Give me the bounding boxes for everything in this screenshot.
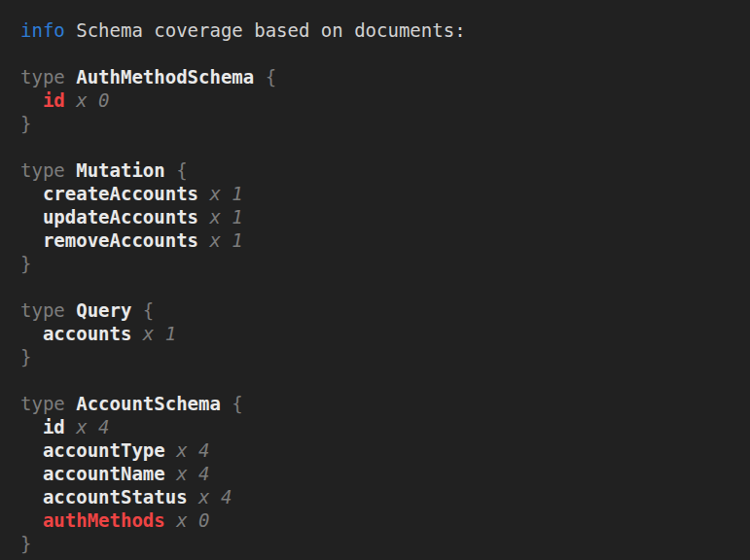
field-name: authMethods <box>43 509 165 531</box>
field-line: idx 4 <box>20 415 742 438</box>
type-name: Mutation <box>76 159 165 181</box>
field-line: accountsx 1 <box>20 322 742 345</box>
field-name: accountName <box>43 463 165 484</box>
close-brace-line: } <box>20 112 742 135</box>
field-line: removeAccountsx 1 <box>20 228 742 252</box>
type-name: AccountSchema <box>76 393 221 414</box>
field-usage-count: x 0 <box>176 509 209 531</box>
type-block-mutation: typeMutation{ createAccountsx 1 updateAc… <box>20 158 742 275</box>
close-brace-line: } <box>20 252 742 275</box>
close-brace-line: } <box>20 532 742 555</box>
close-brace-line: } <box>20 345 742 368</box>
field-name: id <box>43 89 65 111</box>
field-line: accountTypex 4 <box>20 438 742 462</box>
type-keyword: type <box>20 159 65 181</box>
field-name: accountStatus <box>43 486 188 508</box>
field-usage-count: x 4 <box>76 416 109 438</box>
field-line: createAccountsx 1 <box>20 182 742 205</box>
field-usage-count: x 1 <box>209 229 242 251</box>
field-name: updateAccounts <box>43 206 198 228</box>
field-usage-count: x 4 <box>176 463 209 484</box>
type-header-line: typeAuthMethodSchema{ <box>20 65 742 88</box>
close-brace: } <box>20 253 31 274</box>
type-block-accountschema: typeAccountSchema{ idx 4 accountTypex 4 … <box>20 392 742 555</box>
field-line: idx 0 <box>20 88 742 112</box>
field-usage-count: x 4 <box>176 439 209 461</box>
terminal-output: infoSchema coverage based on documents: … <box>0 0 750 555</box>
type-header-line: typeQuery{ <box>20 298 742 322</box>
field-name: createAccounts <box>43 183 198 204</box>
field-name: accountType <box>43 439 165 461</box>
field-name: id <box>43 416 65 438</box>
open-brace: { <box>143 299 154 321</box>
field-usage-count: x 1 <box>209 183 242 204</box>
field-line: accountStatusx 4 <box>20 485 742 508</box>
field-line: accountNamex 4 <box>20 462 742 485</box>
field-line: authMethodsx 0 <box>20 508 742 532</box>
field-usage-count: x 0 <box>76 89 109 111</box>
field-usage-count: x 4 <box>198 486 232 508</box>
header-message: Schema coverage based on documents: <box>76 19 465 41</box>
field-name: removeAccounts <box>43 229 198 251</box>
type-name: AuthMethodSchema <box>76 66 254 88</box>
field-name: accounts <box>43 323 132 344</box>
type-name: Query <box>76 299 131 321</box>
type-header-line: typeAccountSchema{ <box>20 392 742 415</box>
close-brace: } <box>20 346 31 368</box>
field-usage-count: x 1 <box>143 323 176 344</box>
info-label: info <box>20 19 65 41</box>
type-keyword: type <box>20 66 65 88</box>
type-keyword: type <box>20 393 65 414</box>
open-brace: { <box>232 393 242 414</box>
type-block-query: typeQuery{ accountsx 1 } <box>20 298 742 368</box>
field-line: updateAccountsx 1 <box>20 205 742 228</box>
type-block-authmethodschema: typeAuthMethodSchema{ idx 0 } <box>20 65 742 135</box>
type-keyword: type <box>20 299 65 321</box>
close-brace: } <box>20 533 31 554</box>
open-brace: { <box>176 159 187 181</box>
close-brace: } <box>20 113 31 134</box>
info-line: infoSchema coverage based on documents: <box>20 18 742 42</box>
type-header-line: typeMutation{ <box>20 158 742 182</box>
field-usage-count: x 1 <box>209 206 242 228</box>
open-brace: { <box>266 66 276 88</box>
